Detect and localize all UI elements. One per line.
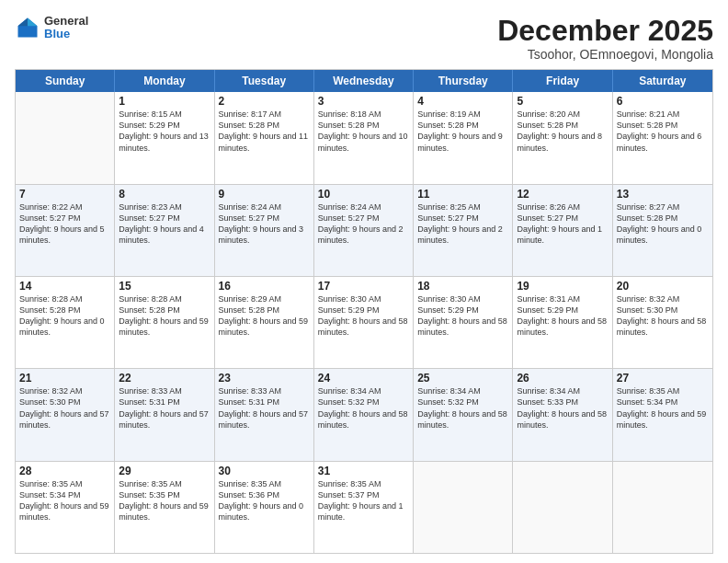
title-block: December 2025 Tsoohor, OEmnoegovi, Mongo… [497,15,713,62]
cal-cell: 12Sunrise: 8:26 AM Sunset: 5:27 PM Dayli… [513,185,612,276]
day-info: Sunrise: 8:25 AM Sunset: 5:27 PM Dayligh… [417,201,508,247]
day-info: Sunrise: 8:15 AM Sunset: 5:29 PM Dayligh… [119,109,210,154]
logo-general: General [44,15,88,28]
header-saturday: Saturday [613,70,712,92]
day-number: 11 [417,188,508,201]
day-info: Sunrise: 8:35 AM Sunset: 5:36 PM Dayligh… [219,478,310,523]
day-number: 10 [318,188,409,201]
cal-cell: 4Sunrise: 8:19 AM Sunset: 5:28 PM Daylig… [414,92,513,183]
cal-week-row: 28Sunrise: 8:35 AM Sunset: 5:34 PM Dayli… [16,462,712,553]
day-info: Sunrise: 8:35 AM Sunset: 5:34 PM Dayligh… [617,385,709,431]
day-number: 8 [119,188,210,201]
cal-cell: 8Sunrise: 8:23 AM Sunset: 5:27 PM Daylig… [115,185,214,276]
day-number: 31 [318,465,409,477]
cal-cell: 5Sunrise: 8:20 AM Sunset: 5:28 PM Daylig… [513,92,612,183]
day-number: 26 [517,372,608,385]
day-info: Sunrise: 8:27 AM Sunset: 5:28 PM Dayligh… [617,201,709,247]
day-info: Sunrise: 8:35 AM Sunset: 5:34 PM Dayligh… [19,478,110,523]
cal-cell: 29Sunrise: 8:35 AM Sunset: 5:35 PM Dayli… [115,462,214,553]
cal-cell: 28Sunrise: 8:35 AM Sunset: 5:34 PM Dayli… [16,462,115,553]
cal-cell: 25Sunrise: 8:34 AM Sunset: 5:32 PM Dayli… [414,369,513,460]
day-info: Sunrise: 8:30 AM Sunset: 5:29 PM Dayligh… [417,293,508,339]
day-info: Sunrise: 8:32 AM Sunset: 5:30 PM Dayligh… [617,293,709,339]
day-info: Sunrise: 8:20 AM Sunset: 5:28 PM Dayligh… [517,109,608,154]
day-info: Sunrise: 8:18 AM Sunset: 5:28 PM Dayligh… [318,109,409,154]
day-number: 2 [219,95,310,108]
day-number: 14 [19,280,110,293]
day-info: Sunrise: 8:30 AM Sunset: 5:29 PM Dayligh… [318,293,409,339]
day-info: Sunrise: 8:35 AM Sunset: 5:35 PM Dayligh… [119,478,210,523]
day-info: Sunrise: 8:34 AM Sunset: 5:32 PM Dayligh… [318,385,409,431]
cal-cell: 15Sunrise: 8:28 AM Sunset: 5:28 PM Dayli… [115,277,214,368]
cal-cell: 1Sunrise: 8:15 AM Sunset: 5:29 PM Daylig… [115,92,214,183]
cal-cell: 26Sunrise: 8:34 AM Sunset: 5:33 PM Dayli… [513,369,612,460]
cal-week-row: 1Sunrise: 8:15 AM Sunset: 5:29 PM Daylig… [16,92,712,184]
header-thursday: Thursday [414,70,513,92]
day-info: Sunrise: 8:17 AM Sunset: 5:28 PM Dayligh… [219,109,310,154]
calendar-body: 1Sunrise: 8:15 AM Sunset: 5:29 PM Daylig… [16,92,712,553]
day-info: Sunrise: 8:26 AM Sunset: 5:27 PM Dayligh… [517,201,608,247]
day-number: 1 [119,95,210,108]
day-number: 6 [617,95,709,108]
cal-cell: 16Sunrise: 8:29 AM Sunset: 5:28 PM Dayli… [215,277,314,368]
day-info: Sunrise: 8:34 AM Sunset: 5:33 PM Dayligh… [517,385,608,431]
day-info: Sunrise: 8:34 AM Sunset: 5:32 PM Dayligh… [417,385,508,431]
day-info: Sunrise: 8:28 AM Sunset: 5:28 PM Dayligh… [119,293,210,339]
cal-cell: 18Sunrise: 8:30 AM Sunset: 5:29 PM Dayli… [414,277,513,368]
cal-week-row: 14Sunrise: 8:28 AM Sunset: 5:28 PM Dayli… [16,277,712,369]
cal-cell: 21Sunrise: 8:32 AM Sunset: 5:30 PM Dayli… [16,369,115,460]
cal-cell: 14Sunrise: 8:28 AM Sunset: 5:28 PM Dayli… [16,277,115,368]
svg-marker-2 [18,18,28,27]
day-number: 19 [517,280,608,293]
header-wednesday: Wednesday [314,70,414,92]
header: General Blue December 2025 Tsoohor, OEmn… [15,15,713,62]
day-number: 27 [617,372,709,385]
day-info: Sunrise: 8:23 AM Sunset: 5:27 PM Dayligh… [119,201,210,247]
header-friday: Friday [513,70,612,92]
cal-week-row: 21Sunrise: 8:32 AM Sunset: 5:30 PM Dayli… [16,369,712,461]
cal-cell: 6Sunrise: 8:21 AM Sunset: 5:28 PM Daylig… [613,92,712,183]
day-number: 15 [119,280,210,293]
cal-cell [613,462,712,553]
day-info: Sunrise: 8:24 AM Sunset: 5:27 PM Dayligh… [318,201,409,247]
day-number: 20 [617,280,709,293]
svg-marker-1 [28,18,38,27]
cal-cell: 3Sunrise: 8:18 AM Sunset: 5:28 PM Daylig… [314,92,414,183]
cal-cell: 10Sunrise: 8:24 AM Sunset: 5:27 PM Dayli… [314,185,414,276]
day-number: 23 [219,372,310,385]
day-number: 17 [318,280,409,293]
day-info: Sunrise: 8:24 AM Sunset: 5:27 PM Dayligh… [219,201,310,247]
day-number: 5 [517,95,608,108]
cal-cell: 7Sunrise: 8:22 AM Sunset: 5:27 PM Daylig… [16,185,115,276]
cal-cell: 31Sunrise: 8:35 AM Sunset: 5:37 PM Dayli… [314,462,414,553]
cal-cell: 27Sunrise: 8:35 AM Sunset: 5:34 PM Dayli… [613,369,712,460]
day-info: Sunrise: 8:19 AM Sunset: 5:28 PM Dayligh… [417,109,508,154]
day-number: 4 [417,95,508,108]
day-number: 13 [617,188,709,201]
cal-week-row: 7Sunrise: 8:22 AM Sunset: 5:27 PM Daylig… [16,185,712,277]
cal-cell: 11Sunrise: 8:25 AM Sunset: 5:27 PM Dayli… [414,185,513,276]
cal-cell [16,92,115,183]
logo-icon [15,15,40,40]
day-number: 28 [19,465,110,477]
logo: General Blue [15,15,88,41]
header-tuesday: Tuesday [215,70,314,92]
cal-cell: 13Sunrise: 8:27 AM Sunset: 5:28 PM Dayli… [613,185,712,276]
cal-cell: 9Sunrise: 8:24 AM Sunset: 5:27 PM Daylig… [215,185,314,276]
page: General Blue December 2025 Tsoohor, OEmn… [0,0,728,563]
day-number: 9 [219,188,310,201]
cal-cell: 17Sunrise: 8:30 AM Sunset: 5:29 PM Dayli… [314,277,414,368]
day-number: 22 [119,372,210,385]
cal-cell: 30Sunrise: 8:35 AM Sunset: 5:36 PM Dayli… [215,462,314,553]
cal-cell: 2Sunrise: 8:17 AM Sunset: 5:28 PM Daylig… [215,92,314,183]
cal-cell: 24Sunrise: 8:34 AM Sunset: 5:32 PM Dayli… [314,369,414,460]
day-info: Sunrise: 8:29 AM Sunset: 5:28 PM Dayligh… [219,293,310,339]
day-info: Sunrise: 8:21 AM Sunset: 5:28 PM Dayligh… [617,109,709,154]
header-sunday: Sunday [16,70,115,92]
day-info: Sunrise: 8:32 AM Sunset: 5:30 PM Dayligh… [19,385,110,431]
calendar: Sunday Monday Tuesday Wednesday Thursday… [15,69,713,554]
day-number: 21 [19,372,110,385]
day-number: 24 [318,372,409,385]
cal-cell: 22Sunrise: 8:33 AM Sunset: 5:31 PM Dayli… [115,369,214,460]
cal-cell: 20Sunrise: 8:32 AM Sunset: 5:30 PM Dayli… [613,277,712,368]
